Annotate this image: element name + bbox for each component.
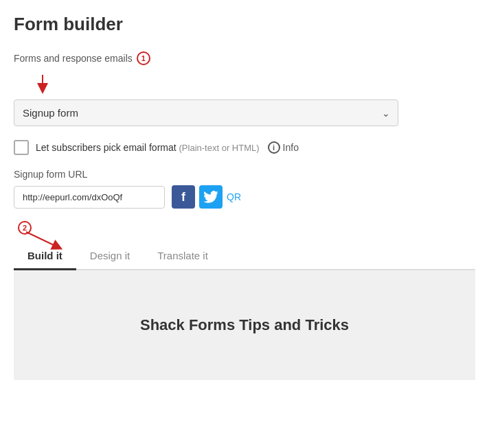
qr-link[interactable]: QR <box>227 191 241 202</box>
subscriber-format-checkbox[interactable] <box>14 140 29 155</box>
step-badge-1: 1 <box>137 51 150 65</box>
checkbox-subtext: (Plain-text or HTML) <box>179 143 260 153</box>
form-type-select[interactable]: Signup form Confirmation email Opt-in co… <box>14 99 398 126</box>
subscriber-format-row: Let subscribers pick email format (Plain… <box>14 140 475 155</box>
annotation-2-wrapper: 2 <box>14 218 475 243</box>
info-button[interactable]: i Info <box>268 141 299 154</box>
info-label: Info <box>283 142 299 153</box>
twitter-share-button[interactable] <box>199 185 223 209</box>
info-circle-icon: i <box>268 141 280 154</box>
url-row: f QR <box>14 185 475 209</box>
tab-content-title: Shack Forms Tips and Tricks <box>140 316 349 334</box>
svg-line-1 <box>26 232 58 247</box>
arrow2-svg <box>15 231 70 251</box>
subscriber-format-label: Let subscribers pick email format (Plain… <box>36 142 260 153</box>
social-share-icons: f QR <box>172 185 241 209</box>
tab-content-area: Shack Forms Tips and Tricks <box>14 270 475 380</box>
forms-label-text: Forms and response emails <box>14 53 133 64</box>
arrow-annotation-1 <box>14 72 475 94</box>
forms-section-label: Forms and response emails 1 <box>14 51 475 65</box>
tabs-row: Build it Design it Translate it <box>14 243 475 270</box>
arrow1-svg <box>14 72 55 91</box>
twitter-icon <box>203 191 218 203</box>
form-select-wrapper[interactable]: Signup form Confirmation email Opt-in co… <box>14 99 398 126</box>
checkbox-label-text: Let subscribers pick email format <box>36 142 177 153</box>
tab-design-it[interactable]: Design it <box>76 243 144 270</box>
tab-translate-it[interactable]: Translate it <box>144 243 222 270</box>
url-input[interactable] <box>14 186 165 209</box>
facebook-share-button[interactable]: f <box>172 185 195 209</box>
page-title: Form builder <box>14 14 475 35</box>
tabs-wrapper: 2 Build it Design it Translate it <box>14 218 475 270</box>
url-section-label: Signup form URL <box>14 169 475 180</box>
